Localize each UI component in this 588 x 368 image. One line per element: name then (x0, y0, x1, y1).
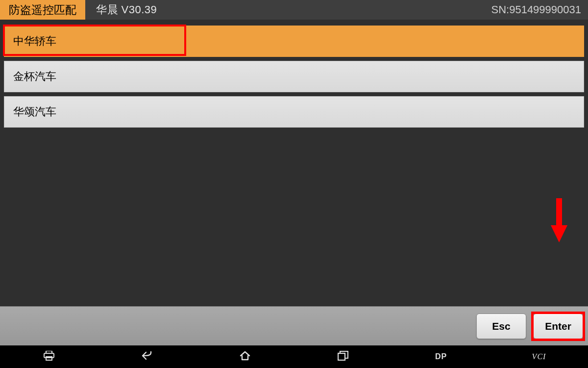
annotation-arrow-down-icon (551, 198, 567, 242)
esc-button-label: Esc (492, 320, 510, 332)
svg-marker-1 (551, 225, 567, 242)
nav-back-button[interactable] (98, 345, 196, 368)
list-item-label: 中华轿车 (13, 34, 56, 49)
list-item-2[interactable]: 华颂汽车 (4, 96, 584, 128)
nav-print-button[interactable] (0, 345, 98, 368)
list-item-label: 金杯汽车 (13, 69, 56, 84)
main-panel: 中华轿车 金杯汽车 华颂汽车 (0, 20, 588, 306)
nav-dp-button[interactable]: DP (392, 345, 490, 368)
nav-vci-button[interactable]: VCI (490, 345, 588, 368)
svg-rect-5 (338, 353, 345, 360)
nav-home-button[interactable] (196, 345, 294, 368)
home-icon (239, 351, 251, 363)
list-item-0[interactable]: 中华轿车 (4, 26, 584, 57)
nav-recent-button[interactable] (294, 345, 392, 368)
list-item-1[interactable]: 金杯汽车 (4, 61, 584, 92)
system-navbar: DP VCI (0, 345, 588, 368)
enter-button-label: Enter (545, 320, 571, 332)
svg-rect-0 (556, 198, 562, 227)
list-item-label: 华颂汽车 (13, 105, 56, 119)
printer-icon (43, 351, 55, 363)
nav-vci-label: VCI (532, 352, 546, 361)
header-bar: 防盗遥控匹配 华晨 V30.39 SN:951499990031 (0, 0, 588, 20)
app-title: 防盗遥控匹配 (9, 2, 76, 18)
back-arrow-icon (142, 351, 152, 363)
serial-number: SN:951499990031 (491, 3, 582, 16)
app-title-badge: 防盗遥控匹配 (0, 0, 85, 20)
esc-button[interactable]: Esc (476, 314, 526, 339)
nav-dp-label: DP (435, 352, 447, 361)
action-bar: Esc Enter (0, 306, 588, 345)
recent-apps-icon (338, 351, 348, 363)
enter-button[interactable]: Enter (533, 314, 583, 339)
brand-version: 华晨 V30.39 (96, 2, 157, 17)
